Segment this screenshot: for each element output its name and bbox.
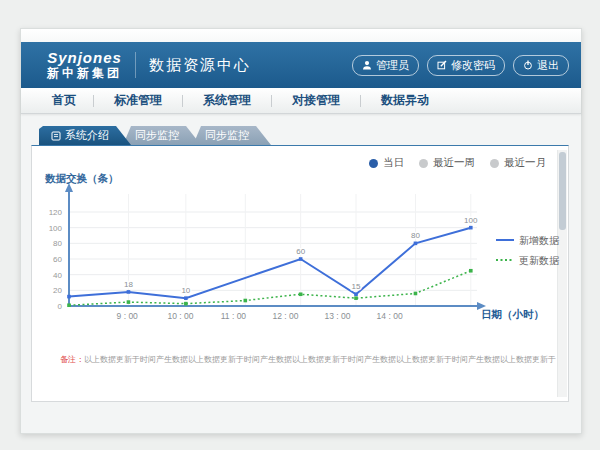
footnote: 备注：以上数据更新于时间产生数据以上数据更新于时间产生数据以上数据更新于时间产生…: [60, 354, 560, 365]
app-title: 数据资源中心: [149, 56, 251, 75]
svg-text:14 : 00: 14 : 00: [377, 311, 403, 321]
brand-logo: Synjones 新中新集团: [47, 50, 122, 80]
power-icon: [523, 60, 533, 70]
svg-text:40: 40: [53, 271, 62, 280]
footnote-label: 备注：: [60, 355, 84, 364]
svg-text:13 : 00: 13 : 00: [325, 311, 351, 321]
svg-text:100: 100: [49, 224, 63, 233]
tab-system-intro[interactable]: 系统介绍: [39, 126, 131, 145]
range-option-label: 当日: [383, 156, 404, 170]
nav-item-home[interactable]: 首页: [35, 92, 93, 109]
tab-sync-monitor-1[interactable]: 同步监控: [123, 126, 201, 145]
svg-text:100: 100: [464, 216, 478, 225]
radio-unselected-icon: [419, 159, 428, 168]
main-nav: 首页 标准管理 系统管理 对接管理 数据异动: [21, 88, 581, 114]
svg-text:20: 20: [53, 286, 62, 295]
brand-logo-text: Synjones: [47, 50, 122, 67]
edit-icon: [437, 60, 447, 70]
document-icon: [51, 131, 61, 141]
current-user-label: 管理员: [376, 58, 409, 73]
svg-text:更新数据: 更新数据: [519, 255, 560, 266]
svg-text:80: 80: [53, 239, 62, 248]
x-axis-title: 日期（小时）: [481, 308, 544, 322]
tab-label: 系统介绍: [65, 126, 109, 145]
chart-panel: 当日 最近一周 最近一月 数据交换（条） 0204060801001209 : …: [31, 145, 569, 402]
range-option-label: 最近一月: [504, 156, 546, 170]
tab-bar: 系统介绍 同步监控 同步监控: [39, 126, 271, 145]
range-option-last-month[interactable]: 最近一月: [490, 156, 546, 170]
range-filter: 当日 最近一周 最近一月: [369, 156, 546, 170]
brand-logo-subtext: 新中新集团: [47, 67, 122, 80]
range-option-last-week[interactable]: 最近一周: [419, 156, 475, 170]
app-header: Synjones 新中新集团 数据资源中心 管理员 修改密码: [21, 42, 581, 88]
svg-text:0: 0: [58, 302, 63, 311]
change-password-label: 修改密码: [451, 58, 495, 73]
svg-text:11 : 00: 11 : 00: [221, 311, 247, 321]
app-window: Synjones 新中新集团 数据资源中心 管理员 修改密码: [20, 28, 582, 434]
nav-item-standard-mgmt[interactable]: 标准管理: [94, 92, 182, 109]
svg-text:9 : 00: 9 : 00: [117, 311, 139, 321]
change-password-button[interactable]: 修改密码: [427, 55, 505, 76]
radio-unselected-icon: [490, 159, 499, 168]
tab-sync-monitor-2[interactable]: 同步监控: [193, 126, 271, 145]
current-user-button[interactable]: 管理员: [352, 55, 419, 76]
range-option-today[interactable]: 当日: [369, 156, 404, 170]
svg-text:12 : 00: 12 : 00: [272, 311, 298, 321]
svg-text:10: 10: [181, 286, 190, 295]
y-axis-title: 数据交换（条）: [45, 172, 119, 186]
svg-text:60: 60: [53, 255, 62, 264]
content-area: 系统介绍 同步监控 同步监控 当日 最近一周: [21, 114, 581, 433]
tab-label: 同步监控: [135, 126, 179, 145]
svg-text:120: 120: [49, 208, 63, 217]
svg-text:80: 80: [411, 231, 420, 240]
svg-text:新增数据: 新增数据: [519, 235, 560, 246]
page-top-strip: [21, 29, 581, 42]
svg-text:60: 60: [296, 247, 305, 256]
nav-item-data-changes[interactable]: 数据异动: [361, 92, 449, 109]
svg-text:15: 15: [352, 282, 361, 291]
tab-label: 同步监控: [205, 126, 249, 145]
user-icon: [362, 60, 372, 70]
range-option-label: 最近一周: [433, 156, 475, 170]
nav-item-integration-mgmt[interactable]: 对接管理: [272, 92, 360, 109]
svg-text:10 : 00: 10 : 00: [168, 311, 194, 321]
logout-label: 退出: [537, 58, 559, 73]
logout-button[interactable]: 退出: [513, 55, 569, 76]
svg-text:18: 18: [124, 280, 133, 289]
footnote-text: 以上数据更新于时间产生数据以上数据更新于时间产生数据以上数据更新于时间产生数据以…: [84, 355, 556, 364]
user-toolbar: 管理员 修改密码 退出: [352, 55, 569, 76]
radio-selected-icon: [369, 159, 378, 168]
header-divider: [135, 52, 136, 78]
nav-item-system-mgmt[interactable]: 系统管理: [183, 92, 271, 109]
